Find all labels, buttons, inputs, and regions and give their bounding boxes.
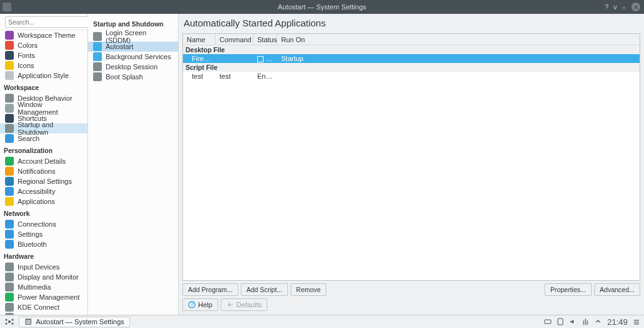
col-status[interactable]: Status bbox=[253, 34, 277, 45]
action-button-row: Add Program... Add Script... Remove Prop… bbox=[182, 283, 640, 296]
sidebar-item-label: Search bbox=[18, 135, 40, 142]
sidebar-item[interactable]: Input Devices bbox=[0, 262, 87, 272]
subnav-item[interactable]: Boot Splash bbox=[88, 72, 178, 82]
sidebar-item-icon bbox=[5, 293, 14, 302]
svg-rect-15 bbox=[634, 324, 639, 324]
task-button[interactable]: Autostart — System Settings bbox=[19, 317, 130, 327]
sidebar-item-icon bbox=[5, 177, 14, 186]
sidebar-group-header: Personalization bbox=[0, 144, 87, 156]
cell-runon: Startup bbox=[277, 55, 640, 62]
sidebar-item-label: Notifications bbox=[18, 167, 55, 175]
sidebar-item[interactable]: Bluetooth bbox=[0, 239, 87, 249]
svg-rect-14 bbox=[634, 322, 639, 322]
sidebar-item[interactable]: Workspace Theme bbox=[0, 30, 87, 40]
sidebar-item-icon bbox=[5, 167, 14, 176]
svg-point-5 bbox=[6, 323, 8, 325]
search-input[interactable] bbox=[5, 16, 94, 28]
minimize-icon[interactable]: v bbox=[614, 3, 618, 11]
svg-rect-10 bbox=[26, 323, 31, 324]
sidebar-item-icon bbox=[5, 41, 14, 50]
sidebar-item[interactable]: Regional Settings bbox=[0, 176, 87, 186]
close-icon[interactable]: ✕ bbox=[631, 3, 640, 11]
sidebar-item-label: Bluetooth bbox=[18, 240, 47, 248]
sidebar-item[interactable]: Startup and Shutdown bbox=[0, 123, 87, 133]
svg-rect-13 bbox=[634, 320, 639, 320]
help-button[interactable]: ? Help bbox=[182, 298, 218, 311]
subnav-item-icon bbox=[93, 42, 102, 51]
sidebar-list[interactable]: Workspace ThemeColorsFontsIconsApplicati… bbox=[0, 30, 87, 315]
subnav-item-icon bbox=[93, 32, 102, 41]
tray-menu-icon[interactable] bbox=[633, 318, 640, 325]
subnav-item-icon bbox=[93, 62, 102, 71]
col-runon[interactable]: Run On bbox=[277, 34, 640, 45]
maximize-icon[interactable]: ⬦ bbox=[622, 3, 626, 11]
advanced-button[interactable]: Advanced... bbox=[594, 283, 640, 296]
sidebar-item-label: Startup and Shutdown bbox=[18, 121, 84, 136]
sidebar-item[interactable]: Multimedia bbox=[0, 282, 87, 292]
clock[interactable]: 21:49 bbox=[607, 317, 628, 327]
help-icon[interactable]: ? bbox=[604, 3, 608, 11]
window-title: Autostart — System Settings bbox=[278, 3, 367, 11]
sidebar-item[interactable]: Accessibility bbox=[0, 186, 87, 196]
table-group-header: Script File bbox=[183, 63, 640, 72]
tray-storage-icon[interactable] bbox=[544, 318, 552, 325]
remove-button[interactable]: Remove bbox=[291, 283, 326, 296]
tray-expand-icon[interactable] bbox=[594, 318, 602, 325]
subnav-item-icon bbox=[93, 72, 102, 81]
sidebar-item[interactable]: Connections bbox=[0, 219, 87, 229]
sidebar-item[interactable]: Power Management bbox=[0, 292, 87, 302]
table-row[interactable]: testtestEnabl...Startup bbox=[183, 72, 640, 81]
sidebar-item-label: Power Management bbox=[18, 293, 79, 301]
sidebar-item-label: KDE Connect bbox=[18, 303, 60, 311]
sidebar-item-icon bbox=[5, 104, 14, 113]
sidebar-item[interactable]: Settings bbox=[0, 229, 87, 239]
tray-volume-icon[interactable] bbox=[569, 318, 577, 325]
status-checkbox[interactable] bbox=[257, 56, 264, 62]
sidebar-item-icon bbox=[5, 51, 14, 60]
sidebar-item[interactable]: Applications bbox=[0, 196, 87, 206]
sidebar-item-label: Input Devices bbox=[18, 263, 60, 271]
subnav-item-label: Autostart bbox=[106, 43, 133, 50]
svg-rect-11 bbox=[545, 320, 551, 324]
cell-command: test bbox=[216, 72, 253, 80]
svg-rect-12 bbox=[558, 319, 563, 325]
subnav-item-label: Login Screen (SDDM) bbox=[106, 29, 173, 44]
cell-name: test bbox=[183, 72, 216, 80]
sidebar-item[interactable]: Account Details bbox=[0, 156, 87, 166]
add-program-button[interactable]: Add Program... bbox=[182, 283, 238, 296]
sidebar-item-label: Applications bbox=[18, 198, 55, 205]
sidebar-group-header: Workspace bbox=[0, 81, 87, 93]
sidebar-item[interactable]: Display and Monitor bbox=[0, 272, 87, 282]
subnav-item-icon bbox=[93, 52, 102, 61]
subnav-item[interactable]: Background Services bbox=[88, 52, 178, 62]
sidebar-item[interactable]: Notifications bbox=[0, 166, 87, 176]
subnav-item[interactable]: Desktop Session bbox=[88, 62, 178, 72]
sidebar-item[interactable]: Colors bbox=[0, 40, 87, 50]
sidebar-item-label: Multimedia bbox=[18, 283, 51, 291]
properties-button[interactable]: Properties... bbox=[545, 283, 592, 296]
table-group-header: Desktop File bbox=[183, 45, 640, 54]
tray-clipboard-icon[interactable] bbox=[557, 318, 564, 325]
autostart-table: Name Command Status Run On Desktop FileF… bbox=[182, 33, 640, 281]
sidebar-item[interactable]: KDE Connect bbox=[0, 302, 87, 312]
sidebar-item[interactable]: Icons bbox=[0, 60, 87, 71]
table-row[interactable]: Firefox ...E...Startup bbox=[183, 54, 640, 63]
sidebar-item-label: Connections bbox=[18, 220, 56, 228]
sidebar-item-label: Colors bbox=[18, 42, 38, 49]
sidebar-item-icon bbox=[5, 220, 14, 229]
svg-point-6 bbox=[12, 323, 14, 325]
col-name[interactable]: Name bbox=[183, 34, 216, 45]
subnav-item[interactable]: Login Screen (SDDM) bbox=[88, 31, 178, 42]
col-command[interactable]: Command bbox=[216, 34, 253, 45]
add-script-button[interactable]: Add Script... bbox=[241, 283, 288, 296]
table-spacer bbox=[183, 81, 640, 280]
sidebar-item[interactable]: Fonts bbox=[0, 50, 87, 60]
help-label: Help bbox=[198, 301, 213, 308]
svg-point-4 bbox=[12, 319, 14, 321]
cell-status: Enabl... bbox=[253, 72, 277, 80]
titlebar: Autostart — System Settings ? v ⬦ ✕ bbox=[0, 0, 644, 14]
sidebar-item[interactable]: Window Management bbox=[0, 103, 87, 113]
sidebar-item[interactable]: Application Style bbox=[0, 71, 87, 81]
tray-network-icon[interactable] bbox=[582, 318, 589, 325]
app-launcher-icon[interactable] bbox=[4, 316, 15, 327]
